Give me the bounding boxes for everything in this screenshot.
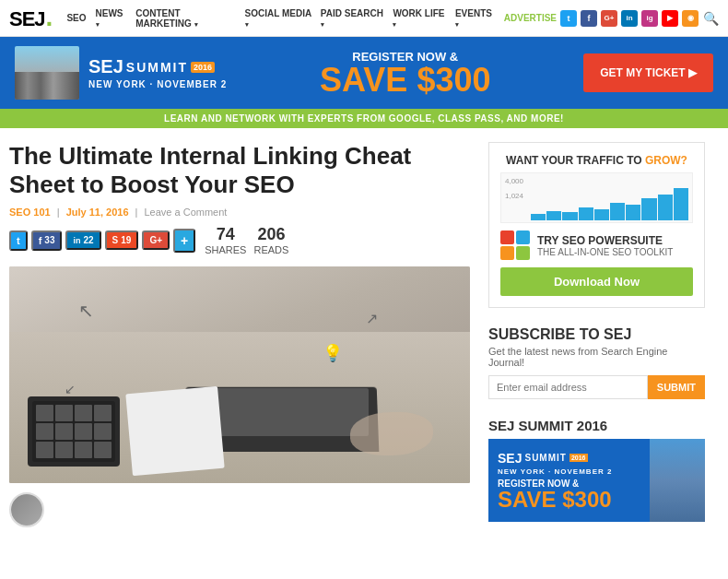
reads-count: 206 xyxy=(257,225,285,244)
search-icon[interactable]: 🔍 xyxy=(702,10,719,27)
author-row xyxy=(9,492,470,527)
sej-summit-sidebar-title: SEJ SUMMIT 2016 xyxy=(488,418,705,433)
banner-logo-area: SEJ SUMMIT 2016 NEW YORK · NOVEMBER 2 xyxy=(15,46,227,100)
sidebar: WANT YOUR TRAFFIC TO GROW? 4,000 1,024 xyxy=(488,142,705,527)
banner-location: NEW YORK · NOVEMBER 2 xyxy=(88,79,227,89)
sej-summit-sidebar-widget: SEJ SUMMIT 2016 SEJ SUMMIT 2016 NEW YORK… xyxy=(488,418,705,522)
main-nav: SEO NEWS ▾ CONTENT MARKETING ▾ SOCIAL ME… xyxy=(63,8,560,29)
email-input[interactable] xyxy=(488,375,648,399)
article-title: The Ultimate Internal Linking Cheat Shee… xyxy=(9,142,470,199)
twitter-share-icon: t xyxy=(17,235,20,246)
shares-stat: 74 SHARES xyxy=(205,225,246,255)
summit-branding: SEJ SUMMIT 2016 NEW YORK · NOVEMBER 2 xyxy=(88,56,227,89)
subscribe-widget: SUBSCRIBE TO SEJ Get the latest news fro… xyxy=(488,326,705,399)
facebook-share-button[interactable]: f 33 xyxy=(31,230,63,251)
sej-summit-mini-banner: SEJ SUMMIT 2016 NEW YORK · NOVEMBER 2 RE… xyxy=(488,439,705,522)
traffic-widget: WANT YOUR TRAFFIC TO GROW? 4,000 1,024 xyxy=(488,142,705,308)
nav-seo[interactable]: SEO xyxy=(63,13,89,23)
subscribe-title: SUBSCRIBE TO SEJ xyxy=(488,326,705,343)
traffic-widget-title: WANT YOUR TRAFFIC TO GROW? xyxy=(500,154,693,167)
google-share-button[interactable]: G+ xyxy=(142,230,170,250)
nav-events[interactable]: EVENTS ▾ xyxy=(452,8,499,29)
learn-text: LEARN AND NETWORK WITH EXPERTS FROM xyxy=(164,113,389,124)
twitter-icon[interactable]: t xyxy=(560,10,577,27)
shares-label: SHARES xyxy=(205,244,246,255)
linkedin-share-button[interactable]: in 22 xyxy=(65,230,100,250)
nav-paid-search[interactable]: PAID SEARCH ▾ xyxy=(317,8,388,29)
year-badge: 2016 xyxy=(191,62,215,73)
nav-content-marketing[interactable]: CONTENT MARKETING ▾ xyxy=(132,8,239,29)
banner-offer: REGISTER NOW & SAVE $300 xyxy=(320,50,490,97)
subscribe-subtitle: Get the latest news from Search Engine J… xyxy=(488,346,705,368)
reads-label: READS xyxy=(253,244,288,255)
site-logo[interactable]: SEJ. xyxy=(9,5,52,31)
header-social-icons: t f G+ in ig ▶ ◉ 🔍 xyxy=(560,10,719,27)
youtube-icon[interactable]: ▶ xyxy=(662,10,678,27)
reads-stat: 206 READS xyxy=(253,225,288,255)
seo-powersuite-subtitle: THE ALL-IN-ONE SEO TOOLKIT xyxy=(537,247,673,257)
nav-advertise[interactable]: ADVERTISE xyxy=(500,13,560,23)
mini-sej-text: SEJ xyxy=(498,451,522,466)
nav-social-media[interactable]: SOCIAL MEDIA ▾ xyxy=(241,8,315,29)
article-hero-image: ↖ ↗ 💡 ↙ xyxy=(9,266,470,483)
linkedin-icon[interactable]: in xyxy=(621,10,638,27)
linkedin-share-icon: in xyxy=(73,236,80,245)
linkedin-share-count: 22 xyxy=(83,235,93,245)
learn-highlight: GOOGLE, CLASS PASS, AND MORE! xyxy=(389,113,564,124)
learn-bar: LEARN AND NETWORK WITH EXPERTS FROM GOOG… xyxy=(0,109,728,128)
nav-work-life[interactable]: WORK LIFE ▾ xyxy=(389,8,450,29)
google-share-icon: G+ xyxy=(149,235,162,245)
article-category[interactable]: SEO 101 xyxy=(9,207,51,218)
save-text: SAVE $300 xyxy=(320,64,490,97)
nav-news[interactable]: NEWS ▾ xyxy=(92,8,131,29)
seo-powersuite-row: TRY SEO POWERSUITE THE ALL-IN-ONE SEO TO… xyxy=(500,230,693,260)
mini-year-badge: 2016 xyxy=(569,454,588,462)
author-avatar xyxy=(9,492,44,527)
traffic-chart: 4,000 1,024 xyxy=(500,172,693,223)
stumbleupon-share-button[interactable]: S 19 xyxy=(105,230,139,250)
sej-text: SEJ xyxy=(88,56,123,77)
seo-powersuite-info: TRY SEO POWERSUITE THE ALL-IN-ONE SEO TO… xyxy=(537,234,673,257)
city-image xyxy=(15,46,79,100)
seo-powersuite-logo xyxy=(500,230,530,260)
summit-text: SUMMIT xyxy=(126,60,188,75)
facebook-share-icon: f xyxy=(39,235,42,246)
leave-comment-link[interactable]: Leave a Comment xyxy=(145,207,228,218)
shares-count: 74 xyxy=(217,225,235,244)
article-meta: SEO 101 | July 11, 2016 | Leave a Commen… xyxy=(9,207,470,218)
get-ticket-button[interactable]: GET MY TICKET ▶ xyxy=(583,53,713,92)
stumbleupon-share-icon: S xyxy=(112,235,119,245)
social-share-row: t f 33 in 22 S 19 G+ + 74 SHARES xyxy=(9,225,470,255)
rss-icon[interactable]: ◉ xyxy=(682,10,699,27)
article-column: The Ultimate Internal Linking Cheat Shee… xyxy=(9,142,470,527)
add-share-icon: + xyxy=(181,233,188,248)
download-now-button[interactable]: Download Now xyxy=(500,267,693,296)
mini-summit-text: SUMMIT xyxy=(524,453,566,463)
twitter-share-button[interactable]: t xyxy=(9,230,28,251)
seo-powersuite-name: TRY SEO POWERSUITE xyxy=(537,234,673,247)
sej-summit-banner: SEJ SUMMIT 2016 NEW YORK · NOVEMBER 2 RE… xyxy=(0,37,728,109)
stumbleupon-share-count: 19 xyxy=(121,235,131,245)
google-plus-icon[interactable]: G+ xyxy=(601,10,617,27)
article-date: July 11, 2016 xyxy=(66,207,129,218)
facebook-share-count: 33 xyxy=(44,235,54,245)
site-header: SEJ. SEO NEWS ▾ CONTENT MARKETING ▾ SOCI… xyxy=(0,0,728,37)
instagram-icon[interactable]: ig xyxy=(641,10,658,27)
subscribe-submit-button[interactable]: SUBMIT xyxy=(648,375,705,399)
subscribe-form: SUBMIT xyxy=(488,375,705,399)
add-share-button[interactable]: + xyxy=(173,229,195,253)
facebook-icon[interactable]: f xyxy=(581,10,597,27)
